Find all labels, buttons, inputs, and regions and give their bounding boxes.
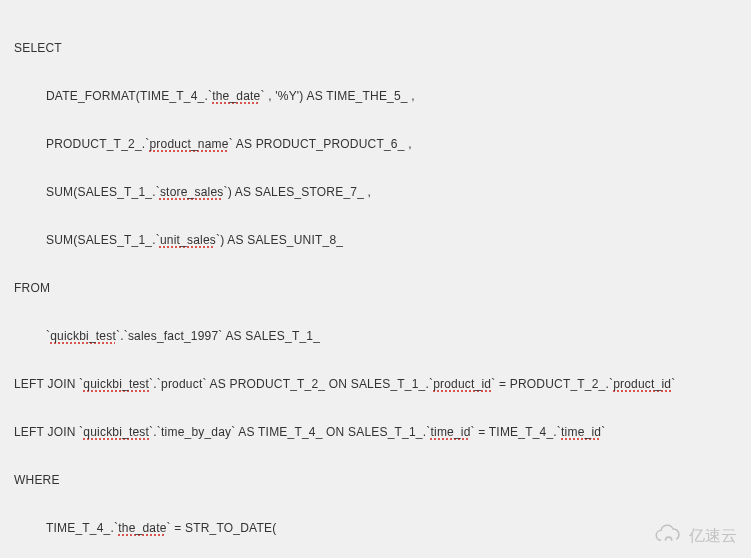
text: DATE_FORMAT(TIME_T_4_.`: [46, 89, 212, 103]
text: `) AS SALES_UNIT_8_: [216, 233, 343, 247]
identifier: the_date: [118, 521, 166, 535]
kw-from: FROM: [14, 276, 737, 300]
identifier: product_name: [150, 137, 229, 151]
join-1: LEFT JOIN `quickbi_test`.`product` AS PR…: [14, 372, 737, 396]
from-table: `quickbi_test`.`sales_fact_1997` AS SALE…: [14, 324, 737, 348]
identifier: product_id: [613, 377, 671, 391]
identifier: product_id: [433, 377, 491, 391]
select-col-3: SUM(SALES_T_1_.`store_sales`) AS SALES_S…: [14, 180, 737, 204]
identifier: quickbi_test: [50, 329, 116, 343]
text: LEFT JOIN `: [14, 377, 83, 391]
text: TIME_T_4_.`: [46, 521, 118, 535]
text: ` AS PRODUCT_PRODUCT_6_ ,: [229, 137, 412, 151]
text: LEFT JOIN `: [14, 425, 83, 439]
watermark: 亿速云: [653, 524, 737, 548]
identifier: time_id: [561, 425, 601, 439]
kw-select: SELECT: [14, 36, 737, 60]
identifier: store_sales: [160, 185, 224, 199]
text: `.`product` AS PRODUCT_T_2_ ON SALES_T_1…: [149, 377, 433, 391]
sql-code-block: SELECT DATE_FORMAT(TIME_T_4_.`the_date` …: [0, 0, 751, 558]
identifier: quickbi_test: [83, 425, 149, 439]
select-col-4: SUM(SALES_T_1_.`unit_sales`) AS SALES_UN…: [14, 228, 737, 252]
text: `: [601, 425, 605, 439]
select-col-1: DATE_FORMAT(TIME_T_4_.`the_date` , '%Y')…: [14, 84, 737, 108]
text: ` = PRODUCT_T_2_.`: [491, 377, 613, 391]
cloud-icon: [653, 524, 683, 548]
identifier: unit_sales: [160, 233, 216, 247]
identifier: quickbi_test: [83, 377, 149, 391]
text: ` = STR_TO_DATE(: [167, 521, 277, 535]
select-col-2: PRODUCT_T_2_.`product_name` AS PRODUCT_P…: [14, 132, 737, 156]
where-clause: TIME_T_4_.`the_date` = STR_TO_DATE(: [14, 516, 737, 540]
text: SUM(SALES_T_1_.`: [46, 233, 160, 247]
kw-where: WHERE: [14, 468, 737, 492]
text: `: [671, 377, 675, 391]
join-2: LEFT JOIN `quickbi_test`.`time_by_day` A…: [14, 420, 737, 444]
identifier: the_date: [212, 89, 260, 103]
text: SUM(SALES_T_1_.`: [46, 185, 160, 199]
text: ` = TIME_T_4_.`: [471, 425, 561, 439]
text: `) AS SALES_STORE_7_ ,: [224, 185, 372, 199]
text: ` , '%Y') AS TIME_THE_5_ ,: [261, 89, 415, 103]
text: `.`sales_fact_1997` AS SALES_T_1_: [116, 329, 320, 343]
text: `.`time_by_day` AS TIME_T_4_ ON SALES_T_…: [149, 425, 430, 439]
text: PRODUCT_T_2_.`: [46, 137, 150, 151]
identifier: time_id: [430, 425, 470, 439]
watermark-text: 亿速云: [689, 526, 737, 547]
